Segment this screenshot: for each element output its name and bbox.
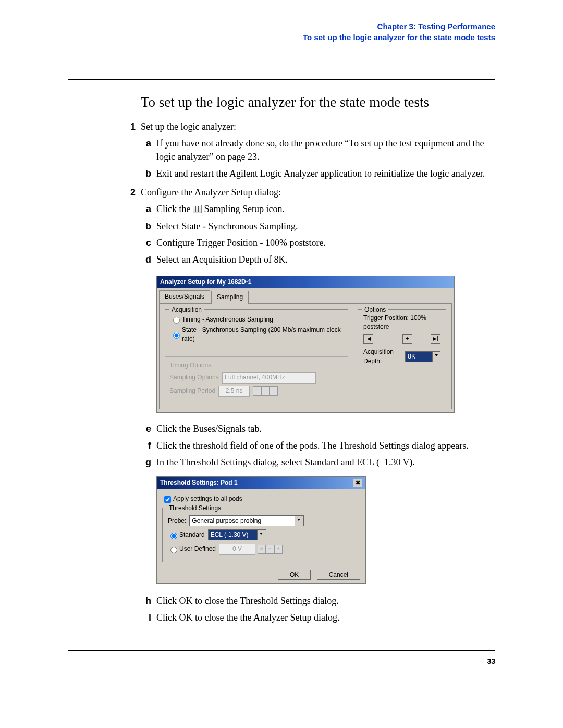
s2i-letter: i: [141, 611, 151, 624]
acq-depth-combo[interactable]: 8K: [405, 351, 440, 362]
tab-buses-signals[interactable]: Buses/Signals: [159, 290, 210, 303]
s2h-letter: h: [141, 594, 151, 608]
sampling-period-label: Sampling Period: [169, 387, 215, 396]
step-number-1: 1: [124, 120, 136, 133]
sampling-options-label: Sampling Options: [169, 373, 219, 382]
standard-label: Standard: [179, 530, 205, 539]
s2d-letter: d: [141, 253, 151, 266]
acquisition-groupbox: Acquisition Timing - Asynchronous Sampli…: [165, 309, 348, 351]
acq-depth-label: Acquisition Depth:: [363, 348, 403, 366]
section-title: To set up the logic analyzer for the sta…: [141, 94, 495, 110]
radio-standard[interactable]: [170, 533, 177, 539]
close-icon[interactable]: ✖: [353, 479, 362, 487]
standard-value: ECL (-1.30 V): [211, 531, 249, 538]
options-title: Options: [362, 305, 388, 314]
s1b-text: Exit and restart the Agilent Logic Analy…: [156, 167, 495, 180]
s1a-text: If you have not already done so, do the …: [156, 137, 495, 164]
s2f-text: Click the threshold field of one of the …: [156, 439, 495, 452]
s2e-text: Click the Buses/Signals tab.: [156, 422, 495, 436]
acq-depth-value: 8K: [408, 353, 415, 360]
s1b-letter: b: [141, 167, 151, 180]
analyzer-setup-dialog: Analyzer Setup for My 1682D-1 Buses/Sign…: [156, 276, 455, 413]
s2e-letter: e: [141, 422, 151, 436]
radio-state[interactable]: [173, 332, 180, 339]
rule-top: [68, 79, 495, 80]
trigger-position-text: Trigger Position: 100% poststore: [363, 314, 440, 332]
sampling-setup-icon: [193, 205, 202, 213]
sampling-period-dec-icon: −: [261, 386, 270, 396]
s2c-text: Configure Trigger Position - 100% postst…: [156, 236, 495, 250]
trigger-position-slider[interactable]: |◀ + ▶|: [363, 335, 440, 342]
tab-sampling[interactable]: Sampling: [211, 291, 249, 303]
threshold-groupbox: Threshold Settings Probe: General purpos…: [162, 508, 360, 562]
s2c-letter: c: [141, 236, 151, 250]
s2g-letter: g: [141, 455, 151, 469]
s2a-post: Sampling Setup icon.: [202, 204, 285, 214]
s2h-text: Click OK to close the Threshold Settings…: [156, 594, 495, 608]
threshold-group-title: Threshold Settings: [167, 504, 223, 513]
options-groupbox: Options Trigger Position: 100% poststore…: [358, 309, 446, 403]
apply-all-checkbox[interactable]: [164, 496, 171, 503]
sampling-options-select: Full channel, 400MHz: [222, 372, 316, 383]
ud-spin-icon: ≡: [258, 545, 266, 554]
user-defined-value: 0 V: [219, 544, 255, 554]
s2a-letter: a: [141, 202, 151, 216]
s2d-text: Select an Acquisition Depth of 8K.: [156, 253, 495, 266]
standard-combo[interactable]: ECL (-1.30 V): [208, 529, 266, 540]
rule-bottom: [68, 650, 495, 651]
page-number: 33: [68, 657, 495, 665]
dialog1-titlebar: Analyzer Setup for My 1682D-1: [157, 276, 454, 288]
header-section: To set up the logic analyzer for the sta…: [68, 32, 495, 43]
s2b-text: Select State - Synchronous Sampling.: [156, 219, 495, 233]
ud-inc-icon: +: [274, 545, 283, 554]
apply-all-label: Apply settings to all pods: [173, 495, 242, 503]
threshold-settings-dialog: Threshold Settings: Pod 1 ✖ Apply settin…: [156, 476, 366, 584]
s1a-letter: a: [141, 137, 151, 164]
radio-timing[interactable]: [173, 317, 180, 324]
s2a-text: Click the Sampling Setup icon.: [156, 202, 495, 216]
dialog2-title: Threshold Settings: Pod 1: [160, 478, 238, 487]
probe-label: Probe:: [168, 516, 186, 525]
sampling-period-value: 2.5 ns: [218, 386, 250, 397]
radio-state-label: State - Synchronous Sampling (200 Mb/s m…: [182, 326, 342, 344]
s2g-text: In the Threshold Settings dialog, select…: [156, 455, 495, 469]
chevron-down-icon: [432, 352, 440, 362]
s2b-letter: b: [141, 219, 151, 233]
chevron-down-icon: [257, 530, 266, 540]
s2f-letter: f: [141, 439, 151, 452]
timing-options-title: Timing Options: [169, 362, 211, 369]
radio-user-defined[interactable]: [170, 547, 177, 553]
cancel-button[interactable]: Cancel: [317, 570, 360, 580]
step-1-text: Set up the logic analyzer:: [141, 120, 495, 133]
sampling-period-spin-icon: ≡: [253, 386, 261, 396]
sampling-period-inc-icon: +: [270, 386, 278, 396]
ok-button[interactable]: OK: [278, 570, 311, 580]
step-number-2: 2: [124, 186, 136, 199]
slider-center-button[interactable]: +: [402, 334, 412, 344]
probe-select[interactable]: General purpose probing: [189, 515, 304, 526]
radio-timing-label: Timing - Asynchronous Sampling: [182, 315, 273, 324]
acquisition-title: Acquisition: [169, 305, 204, 314]
header-chapter: Chapter 3: Testing Performance: [68, 21, 495, 32]
s2a-pre: Click the: [156, 204, 193, 214]
probe-value: General purpose probing: [192, 517, 261, 524]
s2i-text: Click OK to close the the Analyzer Setup…: [156, 611, 495, 624]
slider-start-button[interactable]: |◀: [363, 334, 373, 344]
user-defined-label: User Defined: [179, 545, 216, 553]
step-2-text: Configure the Analyzer Setup dialog:: [141, 186, 495, 199]
ud-dec-icon: −: [266, 545, 274, 554]
chevron-down-icon: [295, 516, 303, 526]
timing-options-groupbox: Timing Options Sampling Options Full cha…: [165, 356, 348, 403]
slider-end-button[interactable]: ▶|: [431, 334, 440, 344]
